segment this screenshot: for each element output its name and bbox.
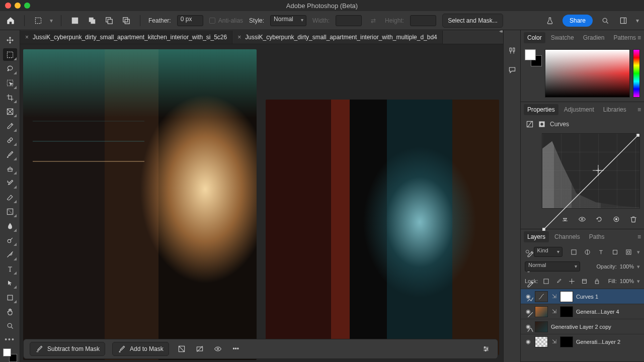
layer-name[interactable]: Generat...Layer 4 (576, 309, 640, 315)
document-tab-1[interactable]: × JussiK_cyberpunk_dirty_small_apartment… (20, 31, 232, 44)
link-icon[interactable]: ⇲ (551, 293, 557, 300)
feather-input[interactable]: 0 px (177, 15, 203, 26)
mask-thumb[interactable] (560, 291, 573, 302)
brushes-panel-icon[interactable] (507, 45, 518, 56)
edit-toolbar[interactable]: ••• (5, 335, 15, 343)
color-spectrum[interactable] (545, 49, 630, 98)
selection-add-icon[interactable] (87, 15, 98, 26)
shape-tool[interactable] (3, 291, 17, 303)
add-to-mask-button[interactable]: Add to Mask (112, 342, 169, 356)
collapse-panels-icon[interactable]: ◂◂ (499, 28, 501, 34)
path-select-tool[interactable] (3, 277, 17, 289)
filter-smart-icon[interactable] (623, 246, 634, 257)
eraser-tool[interactable] (3, 191, 17, 203)
tab-paths[interactable]: Paths (586, 231, 608, 242)
curves-draw-icon[interactable] (525, 309, 536, 320)
layer-row[interactable]: ◉ ⇲ Curves 1 (521, 289, 644, 304)
selection-subtract-icon[interactable] (104, 15, 115, 26)
color-swatches[interactable] (3, 348, 17, 362)
more-icon[interactable]: ••• (230, 343, 242, 354)
fg-swatch[interactable] (525, 49, 536, 60)
curves-edit-points-icon[interactable] (525, 294, 536, 305)
rect-marquee-tool[interactable] (3, 48, 17, 60)
frame-tool[interactable] (3, 106, 17, 118)
blur-tool[interactable] (3, 220, 17, 232)
fill-value[interactable]: 100% (620, 278, 634, 284)
dodge-tool[interactable] (3, 234, 17, 246)
tab-patterns[interactable]: Patterns (610, 32, 639, 43)
canvas-right[interactable] (266, 49, 499, 360)
curves-graph[interactable] (542, 133, 640, 209)
share-button[interactable]: Share (562, 15, 593, 27)
tab-libraries[interactable]: Libraries (600, 104, 630, 115)
layer-name[interactable]: Generati...Layer 2 (576, 339, 640, 345)
layer-name[interactable]: Generative Layer 2 copy (551, 324, 640, 330)
adj-thumb[interactable] (535, 291, 548, 302)
canvas-left[interactable] (23, 49, 257, 360)
lock-transparency-icon[interactable] (541, 276, 550, 287)
filter-pixel-icon[interactable] (569, 246, 579, 257)
home-icon[interactable] (5, 15, 16, 26)
lock-all-icon[interactable] (592, 276, 602, 287)
link-icon[interactable]: ⇲ (551, 338, 557, 345)
tab-swatches[interactable]: Swatche (547, 32, 578, 43)
blend-mode-select[interactable]: Normal (525, 261, 580, 272)
close-tab-icon[interactable]: × (25, 34, 29, 41)
selection-new-icon[interactable] (69, 15, 80, 26)
type-tool[interactable] (3, 263, 17, 275)
foreground-swatch[interactable] (3, 348, 11, 356)
lock-position-icon[interactable] (567, 276, 576, 287)
panel-menu-icon[interactable]: ≡ (637, 34, 641, 41)
visibility-icon[interactable]: ◉ (525, 338, 532, 345)
link-icon[interactable]: ⇲ (551, 308, 557, 315)
hand-tool[interactable] (3, 306, 17, 318)
tab-gradients[interactable]: Gradien (580, 32, 608, 43)
curves-sample-black-icon[interactable] (525, 279, 536, 290)
mask-thumb[interactable] (560, 336, 573, 347)
selection-intersect-icon[interactable] (121, 15, 132, 26)
lock-paint-icon[interactable] (554, 276, 564, 287)
crop-tool[interactable] (3, 92, 17, 104)
close-tab-icon[interactable]: × (237, 34, 241, 41)
brush-tool[interactable] (3, 148, 17, 160)
layer-name[interactable]: Curves 1 (576, 294, 640, 300)
panel-menu-icon[interactable]: ≡ (637, 233, 641, 240)
filter-shape-icon[interactable] (609, 246, 620, 257)
tab-color[interactable]: Color (524, 32, 545, 43)
filter-type-icon[interactable] (596, 246, 606, 257)
opacity-value[interactable]: 100% (620, 263, 634, 269)
object-select-tool[interactable] (3, 77, 17, 89)
filter-adjust-icon[interactable] (582, 246, 593, 257)
tab-properties[interactable]: Properties (524, 104, 558, 115)
comments-panel-icon[interactable] (507, 64, 518, 75)
tab-adjustments[interactable]: Adjustment (560, 104, 598, 115)
lock-artboard-icon[interactable] (580, 276, 589, 287)
document-tab-2[interactable]: × JussiK_cyberpunk_dirty_small_apartment… (232, 31, 443, 44)
layer-thumb[interactable] (535, 321, 548, 332)
pen-tool[interactable] (3, 248, 17, 260)
mask-thumb[interactable] (560, 306, 573, 317)
layer-thumb[interactable] (535, 336, 548, 347)
invert-mask-icon[interactable] (176, 343, 187, 354)
clone-stamp-tool[interactable] (3, 163, 17, 175)
panel-menu-icon[interactable]: ≡ (637, 106, 641, 113)
eyedropper-tool[interactable] (3, 120, 17, 132)
color-fgbg[interactable] (525, 49, 542, 66)
disable-mask-icon[interactable] (194, 343, 205, 354)
mask-icon[interactable] (538, 120, 546, 128)
marquee-tool-preset-icon[interactable] (33, 15, 44, 26)
hue-slider[interactable] (633, 49, 640, 98)
tab-layers[interactable]: Layers (524, 231, 549, 242)
select-and-mask-button[interactable]: Select and Mask... (442, 14, 503, 28)
lasso-tool[interactable] (3, 63, 17, 75)
view-mask-icon[interactable] (212, 343, 223, 354)
history-brush-tool[interactable] (3, 177, 17, 189)
heal-tool[interactable] (3, 134, 17, 146)
taskbar-settings-icon[interactable] (480, 343, 492, 354)
layer-row[interactable]: ◉ ⇲ Generat...Layer 4 (521, 304, 644, 319)
style-select[interactable]: Normal (270, 15, 306, 26)
layer-row[interactable]: ◉ Generative Layer 2 copy (521, 319, 644, 334)
move-tool[interactable] (3, 34, 17, 46)
layer-filter-select[interactable]: Kind (534, 247, 562, 257)
gradient-tool[interactable] (3, 206, 17, 218)
